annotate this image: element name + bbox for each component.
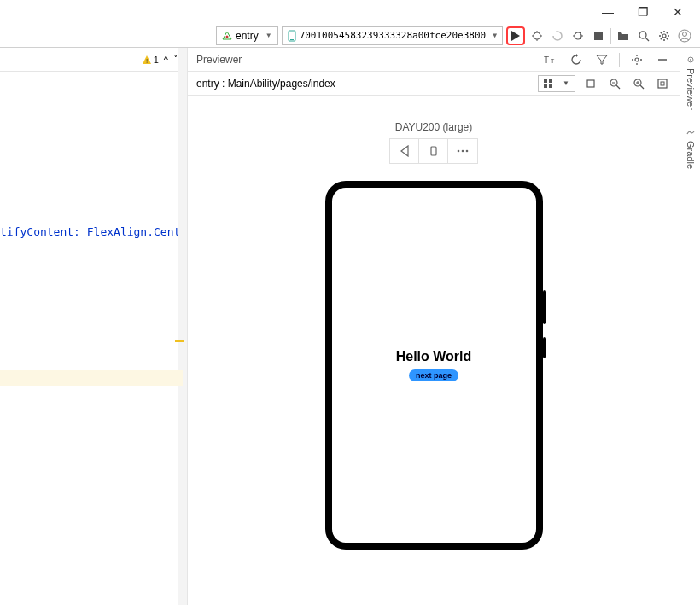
- svg-line-53: [616, 85, 620, 89]
- previewer-pane: Previewer TT entry : MainAbility/pages/i…: [188, 48, 680, 605]
- minimize-panel-icon[interactable]: [654, 51, 671, 68]
- chevron-down-icon: ▼: [493, 32, 497, 39]
- svg-rect-50: [587, 80, 594, 87]
- chevron-down-icon: ▼: [265, 32, 272, 39]
- previewer-title: Previewer: [196, 54, 242, 66]
- close-button[interactable]: ✕: [673, 5, 683, 19]
- svg-rect-46: [544, 79, 547, 83]
- svg-rect-49: [549, 84, 552, 88]
- svg-point-40: [635, 58, 639, 61]
- svg-point-1: [226, 35, 229, 38]
- svg-line-22: [645, 38, 649, 41]
- svg-line-10: [534, 32, 535, 34]
- svg-rect-47: [549, 79, 552, 83]
- svg-line-16: [575, 32, 576, 34]
- svg-text:T: T: [544, 55, 549, 65]
- device-select[interactable]: 70010054583239333328a00fce20e3800 ▼: [282, 26, 503, 45]
- minimize-button[interactable]: —: [602, 5, 614, 19]
- breadcrumb-bar: entry : MainAbility/pages/index ▼: [188, 72, 680, 96]
- tab-previewer[interactable]: Previewer: [685, 55, 696, 110]
- folder-icon[interactable]: [615, 27, 632, 44]
- next-page-button[interactable]: next page: [409, 369, 458, 381]
- stop-icon[interactable]: [590, 27, 607, 44]
- run-button[interactable]: [506, 26, 525, 45]
- warning-count: 1: [154, 55, 159, 65]
- editor-scrollbar-gutter[interactable]: [178, 48, 187, 605]
- phone-frame: Hello World next page: [325, 181, 543, 550]
- svg-marker-39: [597, 55, 607, 64]
- gutter-warning-mark: [175, 340, 184, 342]
- module-icon: [222, 31, 232, 41]
- avatar-icon[interactable]: [676, 27, 693, 44]
- attach-debugger-icon[interactable]: [569, 27, 586, 44]
- zoom-in-icon[interactable]: [630, 75, 647, 92]
- warning-badge[interactable]: ! 1: [142, 55, 159, 65]
- svg-line-11: [540, 32, 541, 34]
- svg-text:T: T: [551, 58, 555, 64]
- preview-canvas: DAYU200 (large) Hello World next page: [188, 96, 680, 605]
- profiler-icon[interactable]: [549, 27, 566, 44]
- svg-rect-59: [661, 82, 664, 85]
- device-controls: [389, 138, 478, 164]
- svg-point-23: [662, 34, 666, 38]
- chevron-down-icon[interactable]: ▼: [557, 76, 575, 91]
- svg-marker-4: [511, 31, 520, 41]
- code-line: tifyContent: FlexAlign.Center: [0, 225, 187, 238]
- svg-line-29: [667, 38, 668, 38]
- svg-text:!: !: [146, 57, 148, 65]
- svg-line-18: [575, 38, 576, 39]
- toolbar-divider: [610, 28, 611, 44]
- debug-icon[interactable]: [528, 27, 545, 44]
- rotate-icon[interactable]: [419, 139, 448, 163]
- previewer-header: Previewer TT: [188, 48, 680, 72]
- svg-rect-3: [290, 39, 294, 40]
- filter-icon[interactable]: [593, 51, 610, 68]
- svg-rect-58: [658, 79, 667, 88]
- font-size-icon[interactable]: TT: [542, 51, 559, 68]
- overflow-icon[interactable]: [448, 139, 477, 163]
- divider: [619, 53, 620, 67]
- zoom-out-icon[interactable]: [606, 75, 623, 92]
- window-controls: — ❐ ✕: [602, 0, 700, 24]
- svg-line-30: [661, 38, 662, 38]
- top-toolbar: entry ▼ 70010054583239333328a00fce20e380…: [0, 24, 700, 48]
- editor-status-bar: ! 1 ^ ˅: [0, 48, 187, 72]
- svg-line-57: [640, 85, 644, 89]
- refresh-icon[interactable]: [568, 51, 585, 68]
- svg-marker-60: [401, 146, 408, 156]
- svg-line-28: [661, 32, 662, 32]
- gear-icon[interactable]: [628, 51, 645, 68]
- maximize-button[interactable]: ❐: [638, 5, 649, 19]
- search-icon[interactable]: [635, 27, 652, 44]
- svg-line-17: [580, 32, 582, 34]
- svg-rect-20: [594, 32, 603, 40]
- svg-point-62: [458, 150, 460, 153]
- gear-icon[interactable]: [656, 27, 673, 44]
- phone-icon: [288, 30, 296, 42]
- editor-highlight-line: [0, 370, 183, 386]
- svg-point-64: [466, 150, 469, 153]
- svg-point-63: [462, 150, 464, 153]
- svg-rect-48: [544, 84, 547, 88]
- module-label: entry: [236, 30, 259, 42]
- svg-line-31: [667, 32, 668, 32]
- grid-view-icon[interactable]: [539, 76, 557, 91]
- editor-pane: ! 1 ^ ˅ tifyContent: FlexAlign.Center: [0, 48, 188, 605]
- view-mode-selector[interactable]: ▼: [538, 75, 575, 92]
- phone-screen[interactable]: Hello World next page: [332, 188, 536, 543]
- svg-point-21: [639, 32, 646, 38]
- nav-up-icon[interactable]: ^: [164, 55, 168, 65]
- svg-rect-61: [431, 147, 436, 155]
- back-icon[interactable]: [390, 139, 419, 163]
- tab-gradle[interactable]: Gradle: [685, 127, 696, 169]
- breadcrumb: entry : MainAbility/pages/index: [196, 78, 335, 90]
- svg-marker-12: [556, 30, 557, 33]
- crop-icon[interactable]: [582, 75, 599, 92]
- editor-code-area[interactable]: tifyContent: FlexAlign.Center: [0, 72, 187, 238]
- fit-screen-icon[interactable]: [654, 75, 671, 92]
- right-sidebar: Previewer Gradle: [680, 48, 700, 605]
- svg-line-19: [580, 38, 582, 39]
- hello-world-text: Hello World: [396, 349, 472, 364]
- svg-marker-38: [576, 54, 578, 57]
- module-select[interactable]: entry ▼: [216, 26, 278, 45]
